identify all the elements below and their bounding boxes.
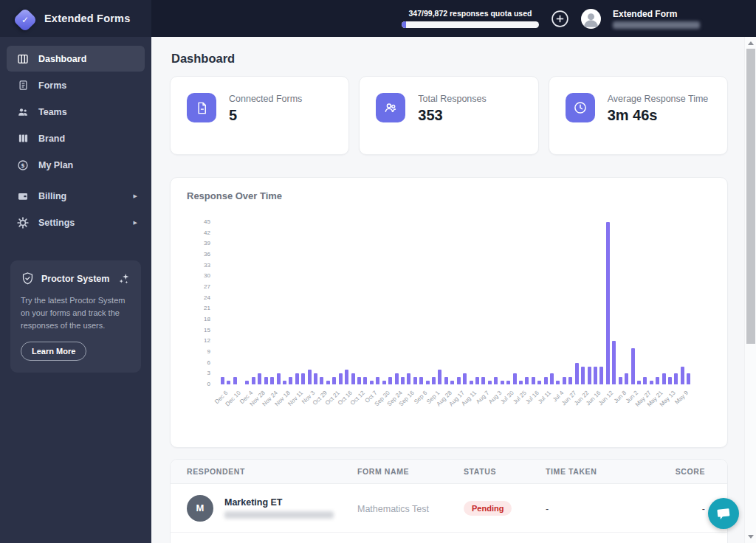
chart-bar — [475, 377, 479, 384]
kanban-icon — [16, 132, 30, 145]
respondent-name: Marketing ET — [224, 497, 334, 508]
x-tick-label: Jul 30 — [499, 390, 515, 405]
user-email-redacted — [613, 21, 700, 29]
y-tick-label: 42 — [204, 229, 210, 236]
sidebar-item-label: My Plan — [38, 160, 73, 170]
x-tick-label: Aug 3 — [487, 390, 503, 405]
chart-bar — [277, 373, 281, 384]
table-row[interactable]: M Marketing ET Mathematics Test Pending … — [171, 484, 727, 533]
chart-bar — [258, 373, 261, 384]
plus-icon — [551, 10, 569, 28]
chart-bar — [264, 377, 268, 384]
y-tick-label: 3 — [207, 370, 210, 376]
chart-bar — [537, 381, 541, 384]
sidebar-item-billing[interactable]: Billing ▶ — [7, 183, 145, 209]
chart-bar — [320, 377, 323, 384]
sidebar-item-settings[interactable]: Settings ▶ — [7, 210, 145, 235]
y-tick-label: 9 — [207, 348, 210, 355]
chart-bar — [289, 377, 292, 384]
chart-bar — [525, 377, 529, 384]
chart-bar — [227, 381, 230, 384]
chart-bar — [563, 377, 566, 384]
app-logo[interactable]: ✓ Extended Forms — [0, 0, 151, 37]
chart-bar — [457, 377, 461, 384]
chart-bar — [345, 370, 348, 384]
chart-bar — [488, 381, 492, 384]
chart-bar — [588, 367, 591, 384]
person-icon — [581, 9, 601, 29]
stat-value: 5 — [229, 107, 302, 124]
chart-bar — [668, 377, 672, 384]
svg-text:$: $ — [21, 162, 24, 168]
chart-bar — [339, 373, 343, 384]
add-button[interactable] — [551, 10, 569, 28]
chevron-right-icon: ▶ — [134, 220, 137, 226]
chart-bar — [308, 370, 312, 384]
chart-bar — [370, 381, 374, 384]
stat-label: Total Responses — [418, 94, 486, 104]
chart-bar — [382, 381, 386, 384]
page-title: Dashboard — [171, 52, 235, 66]
chart-bar — [643, 377, 647, 384]
user-info[interactable]: Extended Form — [613, 9, 700, 29]
column-header-status: STATUS — [464, 467, 546, 476]
sparkles-icon — [117, 272, 131, 286]
users-icon — [16, 106, 30, 119]
table-row-partial[interactable] — [171, 533, 727, 543]
chart-bar — [419, 377, 423, 384]
chart-bar — [599, 367, 603, 384]
chart-bar — [351, 373, 355, 384]
scrollbar-thumb[interactable] — [746, 49, 755, 344]
y-tick-label: 24 — [204, 294, 210, 301]
sidebar-item-teams[interactable]: Teams — [7, 99, 145, 125]
response-over-time-chart: Response Over Time 036912151821242730333… — [170, 177, 728, 448]
learn-more-button[interactable]: Learn More — [21, 342, 86, 361]
chart-bar — [656, 377, 659, 384]
form-name: Mathematics Test — [357, 504, 429, 514]
chart-bar — [326, 381, 330, 384]
score-value: - — [702, 504, 705, 514]
y-tick-label: 33 — [204, 262, 210, 269]
chart-bar — [233, 377, 237, 384]
column-header-time-taken: TIME TAKEN — [546, 467, 668, 476]
table-header-row: RESPONDENT FORM NAME STATUS TIME TAKEN S… — [171, 460, 727, 484]
sidebar-item-forms[interactable]: Forms — [7, 72, 145, 98]
chart-bar — [413, 377, 417, 384]
chart-bar — [581, 367, 585, 384]
chart-bar — [501, 381, 504, 384]
chart-bar — [481, 377, 485, 384]
shield-check-icon — [21, 272, 35, 286]
stat-label: Connected Forms — [229, 94, 302, 104]
sidebar-item-my-plan[interactable]: $ My Plan — [7, 152, 145, 178]
sidebar-item-label: Dashboard — [38, 54, 86, 64]
chart-bar — [544, 377, 548, 384]
chart-bar — [625, 373, 628, 384]
chart-bar — [295, 373, 299, 384]
user-avatar[interactable] — [581, 9, 601, 29]
respondent-email-redacted — [224, 511, 334, 519]
chat-widget-button[interactable] — [708, 498, 739, 529]
chart-bar — [363, 377, 367, 384]
chart-bar — [681, 367, 684, 384]
sidebar-item-label: Brand — [38, 134, 65, 144]
proctor-system-card: Proctor System Try the latest Proctor Sy… — [10, 260, 141, 373]
sidebar-item-brand[interactable]: Brand — [7, 125, 145, 151]
chart-bar — [494, 377, 498, 384]
document-icon — [195, 101, 209, 115]
chart-bar — [314, 373, 317, 384]
chart-bar — [270, 377, 274, 384]
stat-card-average-response-time: Average Response Time 3m 46s — [549, 76, 728, 155]
y-tick-label: 21 — [204, 305, 210, 311]
vertical-scrollbar[interactable] — [744, 37, 756, 543]
scrollbar-down-arrow[interactable] — [748, 535, 754, 539]
y-tick-label: 0 — [207, 381, 210, 387]
chart-bar — [519, 381, 523, 384]
chart-bar — [450, 381, 454, 384]
y-tick-label: 6 — [207, 359, 210, 366]
quota-text: 347/99,872 responses quota used — [402, 9, 539, 18]
sidebar-item-dashboard[interactable]: Dashboard — [7, 46, 145, 72]
chart-bar — [395, 373, 399, 384]
scrollbar-up-arrow[interactable] — [748, 41, 754, 45]
x-tick-label: Jun 8 — [612, 390, 627, 404]
proctor-title: Proctor System — [41, 274, 117, 284]
